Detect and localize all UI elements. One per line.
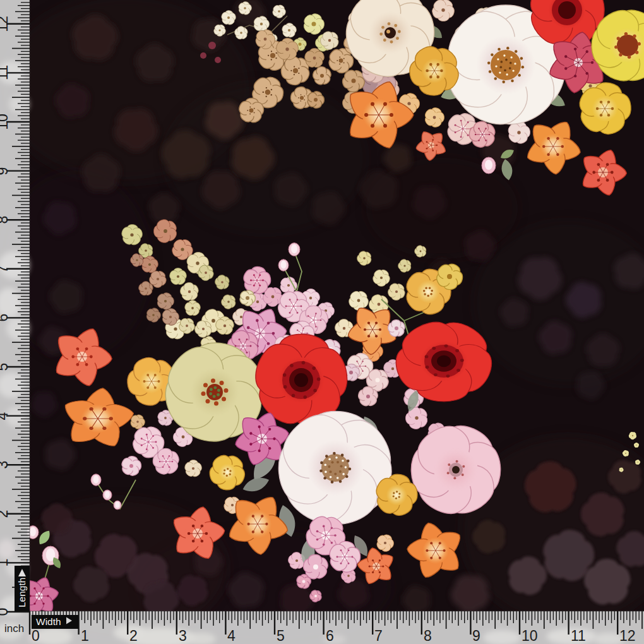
svg-text:12: 12 xyxy=(619,628,636,644)
svg-text:7: 7 xyxy=(374,628,383,644)
svg-text:inch: inch xyxy=(4,623,24,635)
svg-text:4: 4 xyxy=(0,412,11,420)
svg-text:10: 10 xyxy=(522,628,538,644)
svg-text:11: 11 xyxy=(571,628,586,644)
svg-text:0: 0 xyxy=(32,628,40,644)
svg-text:12: 12 xyxy=(0,16,11,32)
svg-text:7: 7 xyxy=(0,265,11,273)
svg-text:10: 10 xyxy=(0,114,11,130)
svg-text:5: 5 xyxy=(277,628,285,644)
svg-text:Width: Width xyxy=(36,616,61,627)
svg-text:3: 3 xyxy=(179,628,187,644)
svg-text:1: 1 xyxy=(0,559,11,567)
svg-text:5: 5 xyxy=(0,363,11,371)
svg-text:3: 3 xyxy=(0,461,11,469)
svg-text:6: 6 xyxy=(0,314,11,322)
svg-text:9: 9 xyxy=(0,167,11,176)
svg-text:6: 6 xyxy=(326,628,334,644)
svg-text:9: 9 xyxy=(472,628,480,644)
svg-text:2: 2 xyxy=(0,510,11,518)
svg-text:11: 11 xyxy=(0,65,11,80)
svg-text:0: 0 xyxy=(0,608,11,616)
svg-text:8: 8 xyxy=(424,628,432,644)
svg-text:Length: Length xyxy=(16,578,27,607)
svg-text:4: 4 xyxy=(227,628,236,644)
svg-text:8: 8 xyxy=(0,216,11,224)
svg-text:2: 2 xyxy=(129,628,138,644)
svg-text:1: 1 xyxy=(81,628,89,644)
